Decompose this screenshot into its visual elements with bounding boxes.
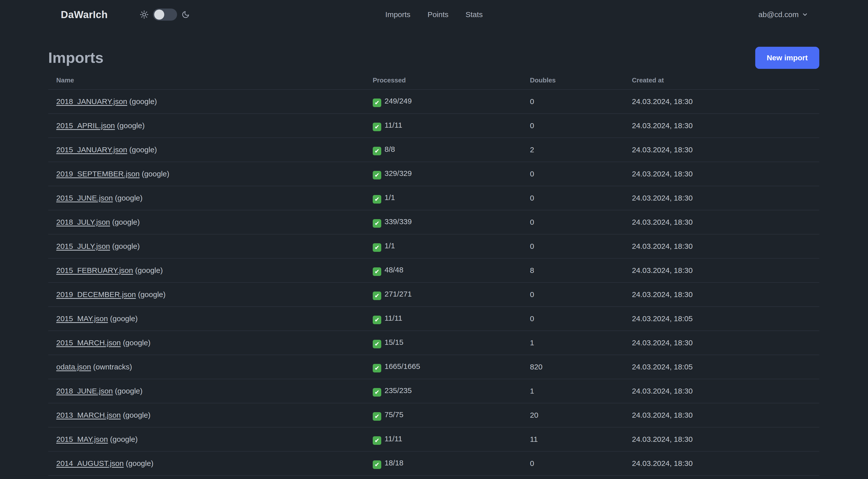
column-header-processed: Processed (365, 73, 522, 89)
check-icon: ✔ (373, 98, 381, 107)
doubles-cell: 2 (522, 138, 624, 162)
processed-cell: ✔329/329 (365, 162, 522, 186)
imports-table-header: Name Processed Doubles Created at (48, 73, 819, 89)
user-menu[interactable]: ab@cd.com (758, 10, 808, 19)
main-content: Imports New import Name Processed Double… (0, 29, 868, 479)
doubles-cell: 0 (522, 114, 624, 138)
processed-count: 1/1 (384, 241, 395, 250)
processed-cell: ✔271/271 (365, 282, 522, 307)
processed-count: 339/339 (384, 217, 412, 226)
check-icon: ✔ (373, 147, 381, 155)
doubles-cell: 8 (522, 258, 624, 282)
created-at-cell: 24.03.2024, 18:30 (624, 331, 819, 355)
doubles-cell: 0 (522, 307, 624, 331)
created-at-cell: 24.03.2024, 18:30 (624, 403, 819, 427)
import-source-label: (google) (127, 97, 157, 106)
doubles-cell: 20 (522, 403, 624, 427)
theme-toggle-group (140, 8, 190, 21)
sun-icon (140, 10, 149, 19)
app-logo[interactable]: DaWarIch (61, 9, 108, 20)
import-name-cell: 2015_JULY.json (google) (48, 234, 365, 258)
processed-count: 329/329 (384, 169, 412, 177)
import-file-link[interactable]: 2018_JUNE.json (56, 387, 113, 395)
import-file-link[interactable]: 2015_MARCH.json (56, 338, 121, 347)
created-at-cell: 24.03.2024, 18:30 (624, 162, 819, 186)
import-file-link[interactable]: 2015_MAY.json (56, 435, 108, 443)
processed-cell: ✔1/1 (365, 186, 522, 210)
table-row: 2019_DECEMBER.json (google) ✔271/271 0 2… (48, 282, 819, 307)
column-header-name: Name (48, 73, 365, 89)
import-file-link[interactable]: 2013_MARCH.json (56, 411, 121, 419)
import-file-link[interactable]: 2015_MAY.json (56, 315, 108, 323)
table-row: 2015_MARCH.json (google) ✔15/15 1 24.03.… (48, 331, 819, 355)
check-icon: ✔ (373, 388, 381, 396)
processed-cell: ✔48/48 (365, 258, 522, 282)
doubles-cell: 1 (522, 379, 624, 403)
import-file-link[interactable]: 2018_JANUARY.json (56, 97, 127, 106)
table-row: 2014_AUGUST.json (google) ✔18/18 0 24.03… (48, 451, 819, 476)
table-row: 2015_JUNE.json (google) ✔1/1 0 24.03.202… (48, 186, 819, 210)
import-source-label: (google) (136, 290, 165, 299)
import-source-label: (google) (113, 387, 143, 395)
doubles-cell: 0 (522, 451, 624, 476)
processed-cell: ✔15/15 (365, 331, 522, 355)
created-at-cell: 24.03.2024, 18:30 (624, 186, 819, 210)
processed-cell: ✔1/1 (365, 234, 522, 258)
import-source-label: (google) (124, 459, 153, 468)
table-row: odata.json (owntracks) ✔1665/1665 820 24… (48, 355, 819, 379)
import-file-link[interactable]: 2019_SEPTEMBER.json (56, 170, 140, 178)
nav-link-points[interactable]: Points (428, 10, 448, 19)
page-header: Imports New import (48, 47, 819, 69)
processed-count: 235/235 (384, 386, 412, 394)
import-name-cell: 2015_APRIL.json (google) (48, 114, 365, 138)
processed-cell: ✔18/18 (365, 451, 522, 476)
import-source-label: (google) (115, 121, 145, 130)
import-file-link[interactable]: 2015_JULY.json (56, 242, 110, 250)
check-icon: ✔ (373, 243, 381, 252)
nav-link-stats[interactable]: Stats (466, 10, 483, 19)
table-row: 2013_MARCH.json (google) ✔75/75 20 24.03… (48, 403, 819, 427)
import-file-link[interactable]: 2019_DECEMBER.json (56, 290, 136, 299)
created-at-cell: 24.03.2024, 18:30 (624, 427, 819, 451)
check-icon: ✔ (373, 340, 381, 348)
processed-count: 8/8 (384, 145, 395, 153)
new-import-button[interactable]: New import (755, 47, 819, 69)
check-icon: ✔ (373, 219, 381, 228)
table-row: 2015_JULY.json (google) ✔1/1 0 24.03.202… (48, 234, 819, 258)
navbar: DaWarIch Imports Points (0, 0, 868, 29)
import-file-link[interactable]: odata.json (56, 363, 91, 371)
import-file-link[interactable]: 2018_JULY.json (56, 218, 110, 226)
import-name-cell: 2015_FEBRUARY.json (google) (48, 258, 365, 282)
check-icon: ✔ (373, 123, 381, 131)
table-row: 2019_SEPTEMBER.json (google) ✔329/329 0 … (48, 162, 819, 186)
table-row: 2018_JANUARY.json (google) ✔249/249 0 24… (48, 89, 819, 114)
table-row: 2015_JANUARY.json (google) ✔8/8 2 24.03.… (48, 138, 819, 162)
created-at-cell: 24.03.2024, 18:30 (624, 379, 819, 403)
import-file-link[interactable]: 2014_AUGUST.json (56, 459, 124, 468)
page-title: Imports (48, 49, 103, 67)
check-icon: ✔ (373, 171, 381, 179)
import-file-link[interactable]: 2015_JUNE.json (56, 194, 113, 202)
processed-count: 249/249 (384, 97, 412, 105)
table-row: 2013_JUNE.json (google) ✔178/178 59 24.0… (48, 476, 819, 479)
import-name-cell: 2018_JANUARY.json (google) (48, 89, 365, 114)
import-source-label: (google) (110, 218, 140, 226)
processed-count: 11/11 (384, 435, 402, 443)
import-file-link[interactable]: 2015_FEBRUARY.json (56, 266, 133, 274)
nav-link-imports[interactable]: Imports (385, 10, 410, 19)
created-at-cell: 24.03.2024, 18:30 (624, 89, 819, 114)
import-name-cell: odata.json (owntracks) (48, 355, 365, 379)
created-at-cell: 24.03.2024, 18:30 (624, 258, 819, 282)
import-file-link[interactable]: 2015_JANUARY.json (56, 146, 127, 154)
check-icon: ✔ (373, 316, 381, 324)
processed-cell: ✔235/235 (365, 379, 522, 403)
theme-toggle-switch[interactable] (153, 8, 177, 21)
doubles-cell: 820 (522, 355, 624, 379)
doubles-cell: 1 (522, 331, 624, 355)
processed-cell: ✔1665/1665 (365, 355, 522, 379)
processed-count: 75/75 (384, 410, 403, 419)
import-file-link[interactable]: 2015_APRIL.json (56, 121, 115, 130)
check-icon: ✔ (373, 292, 381, 300)
doubles-cell: 0 (522, 234, 624, 258)
table-row: 2018_JUNE.json (google) ✔235/235 1 24.03… (48, 379, 819, 403)
